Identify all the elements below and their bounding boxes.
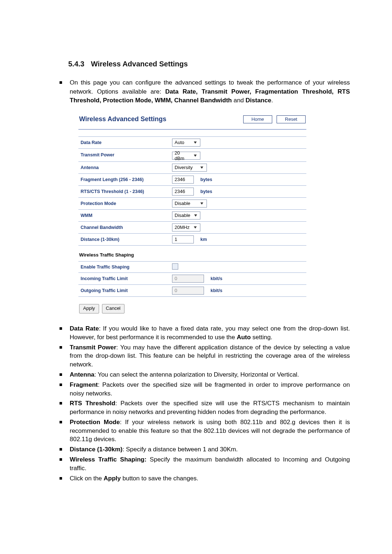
transmit-power-select[interactable]: 20 dBm [172,152,200,160]
unit-bytes: bytes [197,189,212,194]
cancel-button[interactable]: Cancel [102,304,124,313]
desc-item: Antenna: You can select the antenna pola… [60,370,350,379]
label-protection: Protection Mode [78,197,170,209]
chevron-down-icon [192,212,199,219]
row-distance: Distance (1-30km) 1km [78,233,306,245]
chevron-down-icon [199,200,205,207]
section-heading: 5.4.3Wireless Advanced Settings [68,60,350,68]
unit-bytes: bytes [197,177,212,182]
wmm-select[interactable]: Disable [172,212,200,219]
svg-marker-5 [194,226,197,229]
svg-marker-2 [200,167,203,169]
unit-kbits: kbit/s [207,276,222,281]
settings-panel: Wireless Advanced Settings Home Reset Da… [78,113,306,313]
label-rts: RTS/CTS Threshold (1 - 2346) [78,185,170,197]
panel-title: Wireless Advanced Settings [79,115,239,123]
heading-title: Wireless Advanced Settings [91,60,188,68]
channel-bw-select[interactable]: 20MHz [172,223,200,231]
shaping-heading: Wireless Traffic Shaping [79,252,306,258]
description-list: Data Rate: If you would like to have a f… [42,324,350,483]
chevron-down-icon [192,139,199,146]
row-wmm: WMM Disable [78,209,306,221]
label-fragment: Fragment Length (256 - 2346) [78,173,170,185]
row-rts: RTS/CTS Threshold (1 - 2346) 2346bytes [78,185,306,197]
desc-item: Protection Mode: If your wireless networ… [60,418,350,444]
heading-number: 5.4.3 [68,60,84,68]
unit-kbits: kbit/s [207,288,222,293]
data-rate-select[interactable]: Auto [172,139,200,147]
desc-item: RTS Threshold: Packets over the specifie… [60,399,350,416]
outgoing-input[interactable]: 0 [172,287,204,295]
row-transmit-power: Transmit Power 20 dBm [78,148,306,161]
enable-shaping-checkbox[interactable] [172,263,178,270]
distance-input[interactable]: 1 [172,235,194,243]
chevron-down-icon [192,224,199,231]
reset-button[interactable]: Reset [277,115,306,123]
intro-bullet: On this page you can configure the advan… [60,78,350,105]
chevron-down-icon [192,152,199,159]
rts-input[interactable]: 2346 [172,188,194,196]
label-incoming: Incoming Traffic Limit [78,272,170,284]
label-transmit-power: Transmit Power [78,148,170,161]
desc-item: Fragment: Packets over the specified siz… [60,381,350,398]
row-protection: Protection Mode Disable [78,197,306,209]
row-enable-shaping: Enable Traffic Shaping [78,261,306,272]
row-antenna: Antenna Diversity [78,161,306,173]
desc-item: Click on the Apply button to save the ch… [60,474,350,483]
antenna-select[interactable]: Diversity [172,164,207,172]
label-wmm: WMM [78,209,170,221]
svg-marker-4 [194,214,197,217]
fragment-input[interactable]: 2346 [172,176,194,184]
label-outgoing: Outgoing Traffic Limit [78,284,170,296]
label-data-rate: Data Rate [78,136,170,148]
incoming-input[interactable]: 0 [172,275,204,283]
label-channel-bw: Channel Bandwidth [78,221,170,233]
panel-separator [78,129,306,130]
shaping-table: Enable Traffic Shaping Incoming Traffic … [78,261,306,297]
label-enable-shaping: Enable Traffic Shaping [78,261,170,272]
row-data-rate: Data Rate Auto [78,136,306,148]
apply-button[interactable]: Apply [79,304,99,313]
svg-marker-0 [194,141,197,144]
protection-select[interactable]: Disable [172,200,207,208]
row-incoming: Incoming Traffic Limit 0kbit/s [78,272,306,284]
desc-item: Data Rate: If you would like to have a f… [60,324,350,342]
desc-item: Wireless Traffic Shaping: Specify the ma… [60,455,350,473]
desc-item: Transmit Power: You may have the differe… [60,343,350,369]
svg-marker-3 [200,202,203,205]
row-fragment: Fragment Length (256 - 2346) 2346bytes [78,173,306,185]
unit-km: km [197,237,207,242]
chevron-down-icon [199,164,205,171]
settings-table: Data Rate Auto Transmit Power 20 dBm Ant… [78,136,306,246]
row-outgoing: Outgoing Traffic Limit 0kbit/s [78,284,306,296]
label-antenna: Antenna [78,161,170,173]
home-button[interactable]: Home [243,115,272,123]
desc-item: Distance (1-30km): Specify a distance be… [60,445,350,454]
svg-marker-1 [194,155,197,157]
label-distance: Distance (1-30km) [78,233,170,245]
row-channel-bw: Channel Bandwidth 20MHz [78,221,306,233]
